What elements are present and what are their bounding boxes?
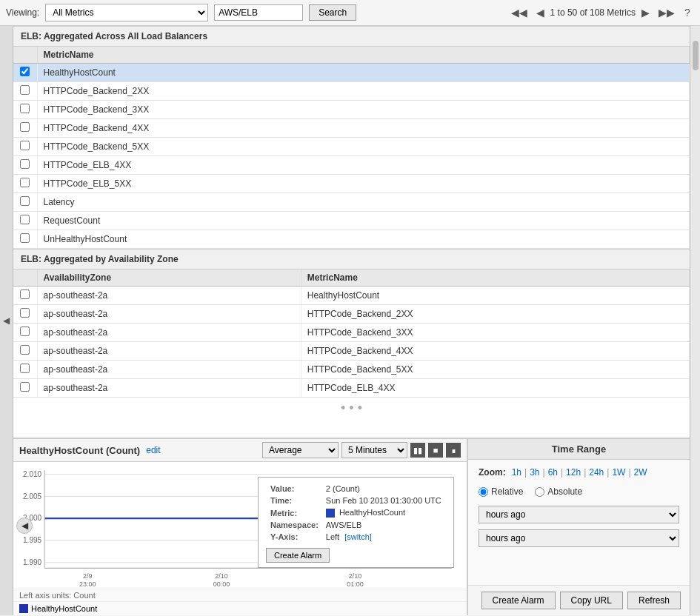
viewing-select[interactable]: All Metrics (45, 4, 208, 21)
col-checkbox-2 (13, 270, 37, 287)
row-checkbox-cell[interactable] (13, 379, 37, 398)
table-row: HealthyHostCount (13, 64, 690, 82)
zoom-1w[interactable]: 1W (610, 467, 627, 478)
namespace-input[interactable] (214, 4, 303, 21)
row-checkbox-cell[interactable] (13, 82, 37, 101)
hours-ago-select-1[interactable]: hours ago minutes ago days ago (479, 506, 679, 523)
chart-icon-btn-1[interactable]: ▮▮ (410, 443, 425, 458)
row-checkbox[interactable] (20, 159, 30, 169)
absolute-radio-option[interactable]: Absolute (535, 486, 582, 497)
row-checkbox[interactable] (20, 104, 30, 113)
metric-name-cell: HTTPCode_Backend_5XX (301, 361, 689, 379)
period-select[interactable]: 1 Minute 5 Minutes 15 Minutes 1 Hour (341, 442, 407, 458)
metric-color-box (326, 509, 335, 518)
zoom-label: Zoom: (479, 467, 506, 478)
row-checkbox-cell[interactable] (13, 193, 37, 212)
last-page-button[interactable]: ▶▶ (656, 6, 678, 19)
tooltip-metric: HealthyHostCount (339, 508, 405, 517)
zoom-24h[interactable]: 24h (587, 467, 605, 478)
tooltip-metric-label: Metric: (267, 507, 321, 518)
relative-radio[interactable] (479, 487, 488, 497)
row-checkbox-cell[interactable] (13, 175, 37, 193)
col-checkbox (13, 47, 37, 64)
zoom-2w[interactable]: 2W (633, 467, 649, 478)
hours-ago-select-2[interactable]: hours ago minutes ago days ago (479, 529, 679, 547)
row-checkbox-cell[interactable] (13, 361, 37, 379)
absolute-label: Absolute (547, 486, 582, 497)
zoom-3h[interactable]: 3h (528, 467, 541, 478)
row-checkbox-cell[interactable] (13, 305, 37, 324)
create-alarm-tooltip-btn[interactable]: Create Alarm (266, 548, 330, 563)
refresh-btn[interactable]: Refresh (627, 592, 681, 609)
row-checkbox[interactable] (20, 122, 30, 132)
row-checkbox[interactable] (20, 382, 30, 392)
left-collapse-arrow[interactable]: ◀ (0, 26, 13, 615)
row-checkbox-cell[interactable] (13, 138, 37, 156)
row-checkbox-cell[interactable] (13, 119, 37, 138)
table-row: HTTPCode_Backend_2XX (13, 82, 690, 101)
row-checkbox[interactable] (20, 364, 30, 373)
help-button[interactable]: ? (681, 6, 694, 19)
row-checkbox-cell[interactable] (13, 324, 37, 342)
table-row: ap-southeast-2a HTTPCode_Backend_5XX (13, 361, 690, 379)
zoom-6h[interactable]: 6h (547, 467, 559, 478)
zoom-1h[interactable]: 1h (510, 467, 523, 478)
svg-text:00:00: 00:00 (213, 579, 230, 588)
row-checkbox-cell[interactable] (13, 101, 37, 119)
row-checkbox[interactable] (20, 308, 30, 318)
time-range-footer: Create Alarm Copy URL Refresh (468, 585, 690, 615)
tooltip-yaxis-row: Left [switch] (323, 532, 444, 542)
prev-page-button[interactable]: ◀ (533, 6, 547, 19)
top-bar: Viewing: All Metrics Search ◀◀ ◀ 1 to 50… (0, 0, 700, 26)
zoom-row: Zoom: 1h | 3h | 6h | 12h | 24h | 1W | 2W (479, 467, 679, 478)
legend-color-box (19, 604, 28, 613)
scrollbar-thumb (693, 41, 699, 70)
zone-cell: ap-southeast-2a (37, 342, 301, 361)
row-checkbox-cell[interactable] (13, 287, 37, 305)
row-checkbox[interactable] (20, 233, 30, 243)
search-button[interactable]: Search (309, 4, 356, 21)
row-checkbox[interactable] (20, 67, 30, 76)
row-checkbox[interactable] (20, 196, 30, 206)
row-checkbox[interactable] (20, 289, 30, 299)
metric-name-cell: UnHealthyHostCount (37, 230, 690, 249)
create-alarm-btn[interactable]: Create Alarm (481, 592, 556, 609)
row-checkbox-cell[interactable] (13, 64, 37, 82)
row-checkbox[interactable] (20, 85, 30, 95)
tooltip-ns: AWS/ELB (323, 520, 444, 530)
row-checkbox-cell[interactable] (13, 342, 37, 361)
metric-name-cell: HTTPCode_Backend_3XX (301, 324, 689, 342)
chart-icon-btn-3[interactable]: ∎ (446, 443, 461, 458)
row-checkbox[interactable] (20, 141, 30, 150)
svg-text:1.990: 1.990 (23, 558, 41, 567)
svg-text:2/10: 2/10 (215, 571, 228, 580)
copy-url-btn[interactable]: Copy URL (560, 592, 623, 609)
absolute-radio[interactable] (535, 487, 544, 497)
zone-cell: ap-southeast-2a (37, 324, 301, 342)
row-checkbox[interactable] (20, 215, 30, 224)
metric-name-cell: HTTPCode_Backend_4XX (301, 342, 689, 361)
row-checkbox[interactable] (20, 345, 30, 355)
row-checkbox[interactable] (20, 178, 30, 187)
more-content-indicator: • • • (13, 398, 690, 419)
relative-radio-option[interactable]: Relative (479, 486, 523, 497)
time-range-panel: Time Range Zoom: 1h | 3h | 6h | 12h | 24… (467, 439, 690, 615)
chart-edit-link[interactable]: edit (146, 445, 160, 455)
section1-header: ELB: Aggregated Across All Load Balancer… (13, 26, 690, 47)
zoom-12h[interactable]: 12h (564, 467, 582, 478)
row-checkbox-cell[interactable] (13, 212, 37, 230)
tooltip-box: Value: 2 (Count) Time: Sun Feb 10 2013 0… (258, 477, 454, 568)
chart-icon-btn-2[interactable]: ■ (428, 443, 443, 458)
stat-select[interactable]: Average Sum Minimum Maximum SampleCount (262, 442, 339, 458)
next-page-button[interactable]: ▶ (639, 6, 653, 19)
first-page-button[interactable]: ◀◀ (508, 6, 530, 19)
table-row: HTTPCode_ELB_5XX (13, 175, 690, 193)
right-scrollbar[interactable] (690, 26, 700, 615)
chart-nav-left[interactable]: ◀ (16, 518, 33, 534)
row-checkbox[interactable] (20, 327, 30, 336)
row-checkbox-cell[interactable] (13, 230, 37, 249)
row-checkbox-cell[interactable] (13, 156, 37, 175)
time-range-header: Time Range (468, 439, 690, 460)
switch-link[interactable]: [switch] (344, 532, 372, 541)
tooltip-actions: Create Alarm (266, 548, 446, 563)
